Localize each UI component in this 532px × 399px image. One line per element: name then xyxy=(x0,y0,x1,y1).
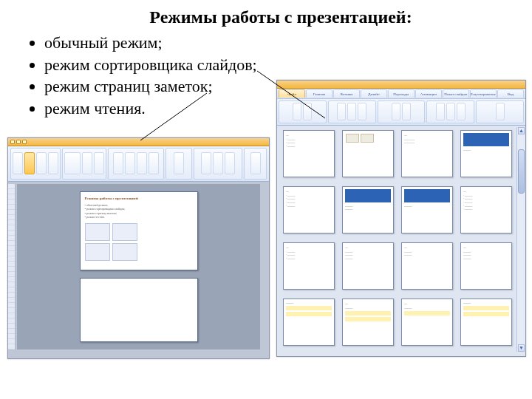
ribbon-tab: Вид xyxy=(497,89,524,98)
window-titlebar xyxy=(8,138,269,146)
page-title: Режимы работы с презентацией: xyxy=(0,7,532,27)
slide-thumbnail: ——————— 43 xyxy=(401,242,453,290)
ribbon-tab: Дизайн xyxy=(361,89,387,98)
bullet-item: режим сортировщика слайдов; xyxy=(44,54,532,76)
slide-sorter-grid: —· ———· ———· ——— 33 34 ————————— 35 ——— … xyxy=(280,127,515,352)
vertical-ruler xyxy=(8,184,16,349)
ribbon-tab: Рецензирование xyxy=(470,89,497,98)
notes-workspace: Режимы работы с презентацией • обычный р… xyxy=(17,184,260,349)
slide-thumbnail: ——— 48 xyxy=(460,299,512,346)
slide-thumbnail: ———— 47 xyxy=(401,299,453,346)
slide-thumbnail: ——— 45 xyxy=(283,299,335,346)
slide-thumbnail: —————————— 42 xyxy=(342,242,394,290)
ribbon-tab: Файл xyxy=(279,89,305,98)
slide-thumbnail: —————————— 44 xyxy=(460,242,512,290)
slide-preview: Режимы работы с презентацией • обычный р… xyxy=(80,191,198,270)
scroll-down-arrow[interactable]: ▼ xyxy=(518,344,525,352)
slide-thumbnail: —· ———· ———· ———· ——— 37 xyxy=(283,186,335,233)
slide-thumbnail: —· ———· ———· ——— 33 xyxy=(283,130,335,177)
slide-thumbnail: —————— 38 xyxy=(342,186,394,233)
ribbon xyxy=(8,146,269,182)
slide-thumbnail: ————————— 35 xyxy=(401,130,453,177)
ribbon-tab: Главная xyxy=(306,89,332,98)
ribbon-tabs: Файл Главная Вставка Дизайн Переходы Ани… xyxy=(277,89,525,99)
scroll-thumb[interactable] xyxy=(518,149,525,194)
slide-thumbnail: ——— 36 xyxy=(460,130,512,177)
ribbon-tab: Показ слайдов xyxy=(443,89,469,98)
slide-thumbnail: ——— 39 xyxy=(401,186,453,233)
ribbon-tab: Переходы xyxy=(388,89,415,98)
ribbon-tab: Вставка xyxy=(333,89,360,98)
slide-thumbnail: 34 xyxy=(342,130,394,177)
slide-thumbnail: —· ———· ———· ——— 41 xyxy=(283,242,335,290)
vertical-scrollbar[interactable]: ▲ ▼ xyxy=(516,127,525,352)
slide-sorter-view-screenshot: Файл Главная Вставка Дизайн Переходы Ани… xyxy=(276,80,526,357)
scroll-up-arrow[interactable]: ▲ xyxy=(518,127,525,134)
slide-thumbnail: ———— 46 xyxy=(342,299,394,346)
notes-pane xyxy=(80,278,198,342)
ribbon-tab: Анимация xyxy=(415,89,442,98)
ribbon xyxy=(277,99,525,126)
bullet-item: обычный режим; xyxy=(44,32,532,54)
notes-page-view-screenshot: Режимы работы с презентацией • обычный р… xyxy=(7,137,270,359)
slide-thumbnail: —· ———· ———· ———· ———· ——— 40 xyxy=(460,186,512,233)
window-titlebar xyxy=(277,81,525,89)
